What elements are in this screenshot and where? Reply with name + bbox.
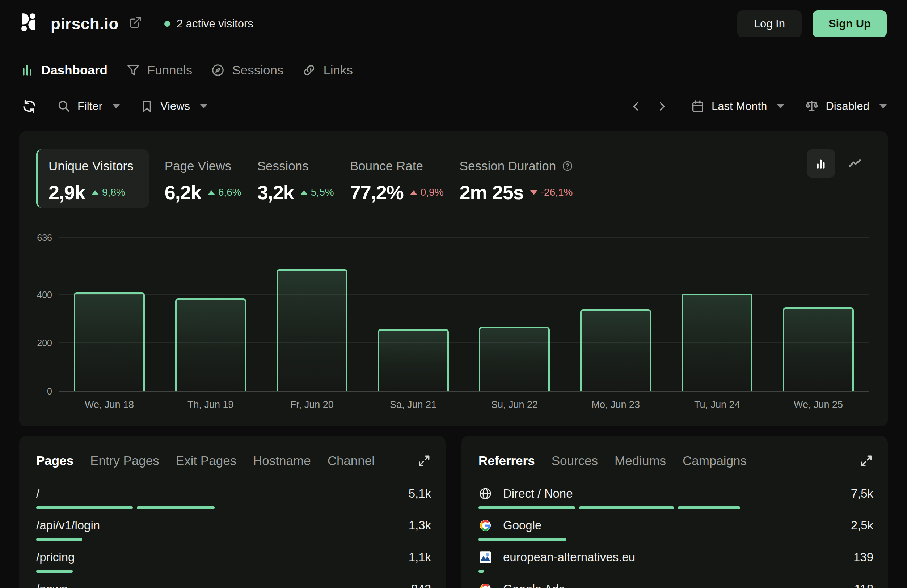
bar-chart-toggle[interactable] xyxy=(807,149,835,177)
referrer-name: european-alternatives.eu xyxy=(503,550,635,564)
tab-mediums[interactable]: Mediums xyxy=(615,454,666,468)
chart-bar[interactable] xyxy=(580,309,651,391)
views-label: Views xyxy=(160,100,190,113)
x-axis-tick-label: Sa, Jun 21 xyxy=(363,399,464,411)
chevron-down-icon xyxy=(112,104,120,109)
nav-item-dashboard[interactable]: Dashboard xyxy=(20,63,107,77)
bar-slot xyxy=(464,238,565,391)
referrer-value: 7,5k xyxy=(851,487,873,500)
tab-exit-pages[interactable]: Exit Pages xyxy=(176,454,236,468)
pirsch-logo xyxy=(18,12,41,36)
row-bar xyxy=(36,538,431,541)
views-dropdown[interactable]: Views xyxy=(140,99,207,113)
trend-up-icon xyxy=(300,190,308,195)
chevron-down-icon xyxy=(200,104,207,109)
chart-bar[interactable] xyxy=(277,269,348,391)
x-axis-tick-label: Tu, Jun 24 xyxy=(666,399,768,411)
external-link-icon[interactable] xyxy=(129,16,142,29)
x-axis-tick-label: We, Jun 18 xyxy=(59,399,160,411)
expand-icon[interactable] xyxy=(417,454,431,468)
trend-up-icon xyxy=(208,190,215,195)
chart-bar[interactable] xyxy=(783,307,854,391)
stat-card-unique-visitors[interactable]: Unique Visitors 2,9k 9,8% xyxy=(36,149,149,208)
bar-segment xyxy=(479,570,484,573)
bar-slot xyxy=(565,238,666,391)
stat-change: 6,6% xyxy=(208,187,241,198)
expand-icon[interactable] xyxy=(860,454,873,468)
stat-value: 2,9k xyxy=(48,181,85,204)
page-value: 842 xyxy=(411,582,431,588)
bookmark-icon xyxy=(140,99,154,113)
nav-item-funnels[interactable]: Funnels xyxy=(126,63,192,77)
table-row[interactable]: / 5,1k xyxy=(36,477,431,509)
stat-card-sessions[interactable]: Sessions 3,2k 5,5% xyxy=(257,149,334,204)
next-period-button[interactable] xyxy=(654,98,670,115)
y-axis-tick-label: 636 xyxy=(37,233,52,243)
nav-item-sessions[interactable]: Sessions xyxy=(211,63,284,77)
table-row[interactable]: Direct / None 7,5k xyxy=(479,477,873,509)
referrer-name: Google xyxy=(503,519,542,532)
help-icon[interactable] xyxy=(562,160,573,172)
bar-slot xyxy=(666,238,768,391)
page-value: 1,3k xyxy=(409,519,431,532)
tab-campaigns[interactable]: Campaigns xyxy=(683,454,747,468)
filter-dropdown[interactable]: Filter xyxy=(57,99,120,113)
nav-label: Funnels xyxy=(147,63,192,77)
trend-down-icon xyxy=(530,190,537,195)
bar-slot xyxy=(768,238,869,391)
page-path: / xyxy=(36,487,40,500)
bar-slot xyxy=(261,238,363,391)
table-row[interactable]: Google Ads 118 xyxy=(479,573,873,588)
stat-card-bounce-rate[interactable]: Bounce Rate 77,2% 0,9% xyxy=(350,149,444,204)
stat-label: Session Duration xyxy=(460,159,574,173)
chart-bar[interactable] xyxy=(479,327,550,391)
stat-card-session-duration[interactable]: Session Duration 2m 25s -26,1% xyxy=(460,149,574,204)
chart-bar[interactable] xyxy=(175,298,246,391)
active-visitors-label: 2 active visitors xyxy=(176,18,253,30)
stat-card-page-views[interactable]: Page Views 6,2k 6,6% xyxy=(165,149,241,204)
prev-period-button[interactable] xyxy=(628,98,644,115)
chart-bar[interactable] xyxy=(681,294,752,391)
login-button[interactable]: Log In xyxy=(737,11,802,37)
chevron-down-icon xyxy=(880,104,887,109)
tab-pages[interactable]: Pages xyxy=(36,454,74,468)
calendar-icon xyxy=(691,99,705,113)
google-favicon xyxy=(479,519,492,532)
brand[interactable]: pirsch.io xyxy=(18,12,142,36)
table-row[interactable]: european-alternatives.eu 139 xyxy=(479,541,873,573)
stat-value: 77,2% xyxy=(350,181,404,204)
table-row[interactable]: /pricing 1,1k xyxy=(36,541,431,573)
stat-value: 2m 25s xyxy=(460,181,524,204)
y-axis-tick-label: 0 xyxy=(47,386,52,397)
table-row[interactable]: Google 2,5k xyxy=(479,509,873,541)
pages-panel: Pages Entry Pages Exit Pages Hostname Ch… xyxy=(19,436,445,588)
line-chart-toggle[interactable] xyxy=(841,149,869,177)
chart-bars xyxy=(59,238,869,391)
referrers-panel: Referrers Sources Mediums Campaigns xyxy=(462,436,888,588)
tab-entry-pages[interactable]: Entry Pages xyxy=(90,454,159,468)
tab-hostname[interactable]: Hostname xyxy=(253,454,311,468)
nav-label: Sessions xyxy=(232,63,284,77)
refresh-button[interactable] xyxy=(22,99,37,114)
bar-slot xyxy=(363,238,464,391)
trend-up-icon xyxy=(410,190,417,195)
page-path: /news xyxy=(36,582,67,588)
tab-referrers[interactable]: Referrers xyxy=(479,454,535,468)
signup-button[interactable]: Sign Up xyxy=(812,11,887,37)
scales-icon xyxy=(804,99,819,113)
tab-channel[interactable]: Channel xyxy=(327,454,375,468)
table-row[interactable]: /news 842 xyxy=(36,573,431,588)
google-ads-favicon xyxy=(479,582,492,588)
comparison-dropdown[interactable]: Disabled xyxy=(804,99,887,113)
date-range-dropdown[interactable]: Last Month xyxy=(691,99,784,113)
chart-bar[interactable] xyxy=(74,292,145,391)
referrer-value: 139 xyxy=(853,550,873,564)
nav-item-links[interactable]: Links xyxy=(302,63,353,77)
stat-label: Page Views xyxy=(165,159,241,173)
row-bar xyxy=(36,506,431,509)
chart-bar[interactable] xyxy=(378,329,449,391)
tab-sources[interactable]: Sources xyxy=(551,454,598,468)
table-row[interactable]: /api/v1/login 1,3k xyxy=(36,509,431,541)
page-path: /pricing xyxy=(36,550,75,564)
chart-plot: 0200400636 xyxy=(59,238,869,391)
